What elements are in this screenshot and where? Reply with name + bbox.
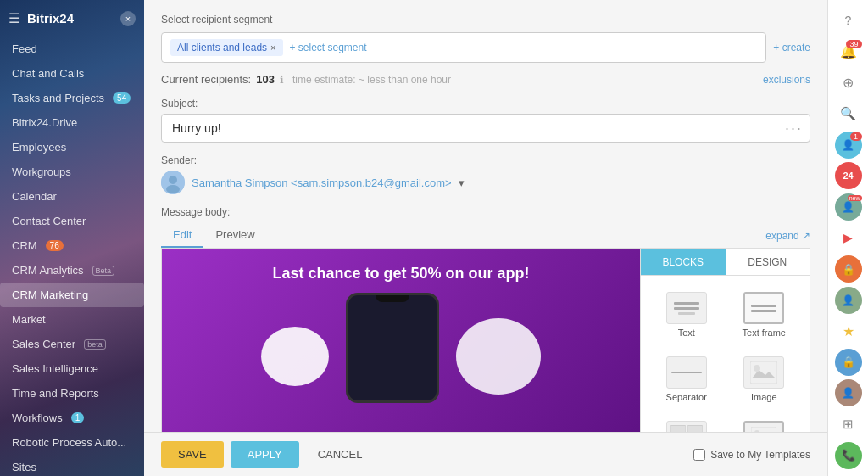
sidebar-item-tasks[interactable]: Tasks and Projects54: [0, 86, 144, 110]
sidebar-header: ☰ Bitrix24 ×: [0, 0, 144, 36]
block-text-icon: [666, 292, 707, 324]
segment-tag-close[interactable]: ×: [270, 42, 275, 53]
sidebar-item-time-reports[interactable]: Time and Reports: [0, 381, 144, 406]
activity-icon: ⊕: [843, 75, 854, 91]
lock2-button[interactable]: 🔒: [833, 349, 864, 377]
crm-analytics-badge: Beta: [92, 266, 115, 276]
subject-more-icon[interactable]: ···: [785, 120, 803, 137]
subject-label: Subject:: [161, 98, 810, 109]
block-image-label: Image: [751, 392, 777, 402]
banner-body: [162, 293, 640, 403]
sidebar-close-button[interactable]: ×: [120, 11, 136, 26]
sidebar-item-calendar[interactable]: Calendar: [0, 184, 144, 209]
user2-button[interactable]: 👤 new: [833, 193, 864, 221]
sidebar-item-chat[interactable]: Chat and Calls: [0, 61, 144, 86]
sidebar: ☰ Bitrix24 × Feed Chat and Calls Tasks a…: [0, 0, 144, 476]
tasks-badge: 54: [113, 92, 131, 104]
tabs-row: Edit Preview expand ↗: [161, 223, 810, 249]
message-body-label: Message body:: [161, 206, 810, 218]
block-text-label: Text: [678, 328, 695, 338]
sidebar-nav: Feed Chat and Calls Tasks and Projects54…: [0, 36, 144, 476]
video-button[interactable]: ▶: [833, 224, 864, 252]
segment-row: All clients and leads × + select segment…: [161, 32, 810, 63]
icon-bar: ? 🔔 39 ⊕ 🔍 👤 1 24 👤 new ▶ 🔒 👤 ★ 🔒 👤 ⊞ 📞: [827, 0, 868, 476]
phone-button[interactable]: 📞: [833, 441, 864, 469]
tab-preview[interactable]: Preview: [203, 223, 266, 248]
video-icon: ▶: [843, 231, 853, 244]
block-text-frame-label: Text frame: [743, 328, 786, 338]
sidebar-item-drive[interactable]: Bitrix24.Drive: [0, 110, 144, 135]
lock1-avatar: 🔒: [835, 255, 862, 283]
sender-email[interactable]: Samantha Simpson <sam.simpson.b24@gmail.…: [192, 176, 452, 189]
sidebar-item-feed[interactable]: Feed: [0, 36, 144, 61]
save-button[interactable]: SAVE: [161, 441, 224, 468]
sidebar-item-workflows[interactable]: Workflows1: [0, 406, 144, 430]
sidebar-item-crm-analytics[interactable]: CRM AnalyticsBeta: [0, 258, 144, 283]
blocks-tabs: BLOCKS DESIGN: [641, 249, 810, 276]
svg-point-1: [169, 176, 177, 184]
user3-button[interactable]: 👤: [833, 286, 864, 314]
b24-button[interactable]: 24: [833, 162, 864, 190]
sidebar-item-sites[interactable]: Sites: [0, 455, 144, 476]
search-button[interactable]: 🔍: [833, 100, 864, 128]
help-icon-button[interactable]: ?: [833, 7, 864, 35]
sales-center-badge: beta: [84, 339, 106, 350]
recipients-row: Current recipients: 103 ℹ time estimate:…: [161, 73, 810, 86]
segment-box: All clients and leads × + select segment: [161, 32, 766, 63]
segment-label: Select recipient segment: [161, 14, 810, 25]
block-image[interactable]: Image: [726, 347, 804, 412]
lock1-button[interactable]: 🔒: [833, 255, 864, 283]
sidebar-item-sales-intelligence[interactable]: Sales Intelligence: [0, 356, 144, 381]
user4-button[interactable]: 👤: [833, 379, 864, 407]
user2-badge: new: [848, 195, 862, 201]
info-icon[interactable]: ℹ: [280, 74, 284, 86]
activity-button[interactable]: ⊕: [833, 69, 864, 97]
block-separator-icon: [666, 356, 707, 389]
save-template-checkbox[interactable]: [693, 449, 705, 461]
sidebar-item-workgroups[interactable]: Workgroups: [0, 160, 144, 184]
exclusions-link[interactable]: exclusions: [763, 74, 810, 86]
phone-graphic: [346, 293, 439, 403]
sender-avatar: [161, 171, 185, 194]
svg-point-2: [166, 185, 180, 193]
sender-row: Samantha Simpson <sam.simpson.b24@gmail.…: [161, 171, 810, 194]
sender-dropdown-icon[interactable]: ▾: [459, 176, 465, 189]
sidebar-item-sales-center[interactable]: Sales Centerbeta: [0, 332, 144, 356]
blocks-tab-blocks[interactable]: BLOCKS: [641, 249, 726, 275]
cancel-button[interactable]: CANCEL: [306, 441, 375, 468]
banner-title: Last chance to get 50% on our app!: [255, 249, 546, 293]
block-text[interactable]: Text: [648, 283, 726, 347]
speech-bubble-right: [456, 318, 541, 395]
create-button[interactable]: + create: [773, 42, 810, 53]
bottom-bar: SAVE APPLY CANCEL Save to My Templates: [144, 432, 827, 476]
sidebar-item-employees[interactable]: Employees: [0, 135, 144, 160]
blocks-tab-design[interactable]: DESIGN: [726, 249, 810, 275]
save-template-label: Save to My Templates: [710, 449, 810, 461]
sidebar-item-crm[interactable]: CRM76: [0, 233, 144, 258]
sidebar-item-market[interactable]: Market: [0, 307, 144, 332]
sidebar-item-crm-marketing[interactable]: CRM Marketing: [0, 283, 144, 307]
user1-button[interactable]: 👤 1: [833, 131, 864, 159]
search-icon: 🔍: [840, 106, 856, 121]
tab-edit[interactable]: Edit: [161, 223, 203, 248]
expand-button[interactable]: expand ↗: [765, 225, 810, 247]
apply-button[interactable]: APPLY: [231, 441, 299, 468]
sidebar-item-contact-center[interactable]: Contact Center: [0, 209, 144, 233]
svg-point-4: [754, 365, 760, 372]
notifications-button[interactable]: 🔔 39: [833, 38, 864, 66]
star-button[interactable]: ★: [833, 317, 864, 345]
sender-label: Sender:: [161, 154, 810, 166]
hamburger-icon[interactable]: ☰: [8, 10, 20, 26]
grid-button[interactable]: ⊞: [833, 411, 864, 439]
block-separator[interactable]: Separator: [648, 347, 726, 412]
user1-badge: 1: [850, 132, 862, 141]
question-icon: ?: [845, 14, 852, 27]
block-text-frame[interactable]: Text frame: [726, 283, 804, 347]
subject-input[interactable]: [169, 115, 785, 142]
select-segment-button[interactable]: + select segment: [290, 42, 367, 53]
workflows-badge: 1: [71, 412, 85, 423]
grid-icon: ⊞: [843, 417, 854, 432]
star-icon: ★: [843, 323, 854, 339]
sidebar-item-rpa[interactable]: Robotic Process Auto...: [0, 430, 144, 455]
segment-tag: All clients and leads ×: [170, 39, 283, 56]
